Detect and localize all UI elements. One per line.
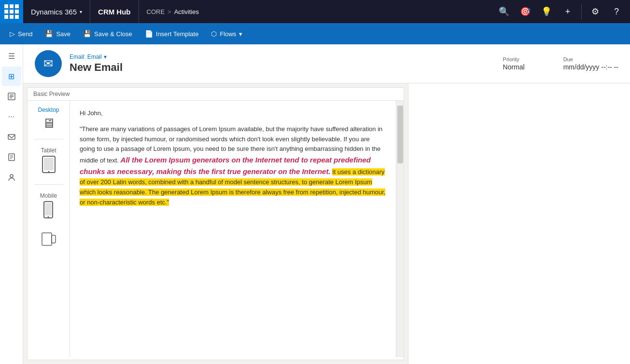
breadcrumb-separator: > — [168, 8, 171, 15]
svg-rect-11 — [44, 158, 54, 170]
email-greeting: Hi John, — [80, 108, 386, 119]
record-subtitle-text: Email: Email — [70, 54, 102, 60]
email-red-text: All the Lorem Ipsum generators on the In… — [80, 156, 371, 175]
desktop-label: Desktop — [38, 107, 59, 113]
breadcrumb-root: CORE — [147, 8, 165, 15]
record-header: ✉ Email: Email ▾ New Email Priority Norm… — [23, 44, 630, 83]
email-body: "There are many variations of passages o… — [80, 124, 386, 208]
main-layout: ☰ ⊞ ··· — [0, 44, 630, 364]
mobile-label: Mobile — [40, 192, 57, 199]
app-name[interactable]: Dynamics 365 ▾ — [23, 0, 90, 23]
save-icon: 💾 — [45, 30, 53, 38]
save-button[interactable]: 💾 Save — [39, 25, 76, 42]
nav-separator — [581, 4, 582, 19]
priority-value: Normal — [503, 63, 525, 71]
record-title-area: Email: Email ▾ New Email — [70, 54, 503, 74]
due-value: mm/dd/yyyy --:-- -- — [563, 63, 618, 71]
send-icon: ▷ — [10, 30, 15, 38]
waffle-icon — [4, 4, 19, 19]
help-button[interactable]: ? — [607, 2, 626, 21]
svg-rect-4 — [8, 135, 15, 139]
mobile-icon — [43, 201, 54, 222]
due-label: Due — [563, 56, 618, 62]
flows-button[interactable]: ⬡ Flows ▾ — [205, 25, 248, 42]
svg-rect-16 — [42, 233, 52, 245]
waffle-button[interactable] — [0, 0, 23, 23]
email-content-area: Hi John, "There are many variations of p… — [70, 101, 396, 357]
insert-template-icon: 📄 — [145, 30, 153, 38]
preview-container: Basic Preview Desktop 🖥 Tablet — [27, 87, 404, 360]
main-content: ✉ Email: Email ▾ New Email Priority Norm… — [23, 44, 630, 364]
preview-scrollbar[interactable] — [396, 101, 404, 357]
email-preview-wrapper: Hi John, "There are many variations of p… — [70, 101, 404, 357]
svg-rect-17 — [52, 235, 56, 243]
record-icon: ✉ — [35, 50, 62, 77]
sidebar-item-dashboard[interactable]: ⊞ — [2, 67, 21, 86]
record-name: New Email — [70, 61, 503, 74]
device-sep-1 — [34, 139, 63, 139]
breadcrumb: CORE > Activities — [139, 8, 494, 15]
right-panel — [408, 83, 630, 364]
send-button[interactable]: ▷ Send — [4, 25, 38, 42]
search-button[interactable]: 🔍 — [494, 2, 514, 21]
sidebar-item-menu[interactable]: ☰ — [2, 46, 21, 66]
insert-template-button[interactable]: 📄 Insert Template — [139, 25, 205, 42]
save-label: Save — [56, 30, 70, 38]
body-area: Basic Preview Desktop 🖥 Tablet — [23, 83, 630, 364]
device-extra[interactable] — [39, 229, 58, 254]
app-name-label: Dynamics 365 — [31, 8, 77, 16]
save-close-icon: 💾 — [83, 30, 91, 38]
sidebar-item-email[interactable] — [2, 127, 21, 147]
device-desktop[interactable]: Desktop 🖥 — [36, 105, 61, 133]
priority-label: Priority — [503, 56, 525, 62]
nav-icons-group: 🔍 🎯 💡 + ⚙ ? — [494, 2, 630, 21]
svg-point-9 — [10, 175, 13, 177]
insert-template-label: Insert Template — [156, 30, 199, 38]
preview-panel: Basic Preview Desktop 🖥 Tablet — [23, 83, 408, 364]
tablet-icon — [41, 156, 56, 176]
sidebar: ☰ ⊞ ··· — [0, 44, 23, 364]
priority-field: Priority Normal — [503, 56, 525, 71]
target-icon-button[interactable]: 🎯 — [516, 2, 535, 21]
save-close-button[interactable]: 💾 Save & Close — [77, 25, 138, 42]
record-subtitle: Email: Email ▾ — [70, 54, 503, 60]
sidebar-item-notes[interactable] — [2, 148, 21, 167]
crm-hub-label: CRM Hub — [90, 0, 139, 23]
flows-chevron: ▾ — [239, 30, 242, 38]
due-field: Due mm/dd/yyyy --:-- -- — [563, 56, 618, 71]
subtitle-chevron: ▾ — [104, 54, 107, 60]
device-mobile[interactable]: Mobile — [38, 190, 59, 224]
tablet-label: Tablet — [41, 147, 56, 154]
save-close-label: Save & Close — [94, 30, 132, 38]
preview-label: Basic Preview — [28, 88, 404, 101]
preview-inner: Desktop 🖥 Tablet — [28, 101, 404, 357]
extra-icon — [41, 231, 56, 252]
sidebar-item-recent[interactable] — [2, 87, 21, 106]
record-meta: Priority Normal Due mm/dd/yyyy --:-- -- — [503, 56, 618, 71]
sidebar-item-more[interactable]: ··· — [2, 107, 21, 126]
breadcrumb-active: Activities — [174, 8, 199, 15]
settings-button[interactable]: ⚙ — [586, 2, 605, 21]
sidebar-item-person[interactable] — [2, 168, 21, 187]
add-button[interactable]: + — [558, 2, 577, 21]
device-tablet[interactable]: Tablet — [39, 145, 58, 178]
command-bar: ▷ Send 💾 Save 💾 Save & Close 📄 Insert Te… — [0, 23, 630, 44]
device-sep-2 — [34, 184, 63, 185]
flows-label: Flows — [220, 30, 236, 38]
bulb-icon-button[interactable]: 💡 — [537, 2, 556, 21]
scrollbar-thumb — [397, 106, 403, 163]
send-label: Send — [18, 30, 32, 38]
svg-point-15 — [48, 216, 49, 218]
top-nav: Dynamics 365 ▾ CRM Hub CORE > Activities… — [0, 0, 630, 23]
app-name-chevron: ▾ — [80, 9, 82, 14]
svg-rect-14 — [45, 203, 52, 216]
desktop-icon: 🖥 — [42, 115, 56, 131]
device-list: Desktop 🖥 Tablet — [28, 101, 70, 357]
svg-point-12 — [48, 171, 49, 173]
flows-icon: ⬡ — [211, 30, 217, 38]
